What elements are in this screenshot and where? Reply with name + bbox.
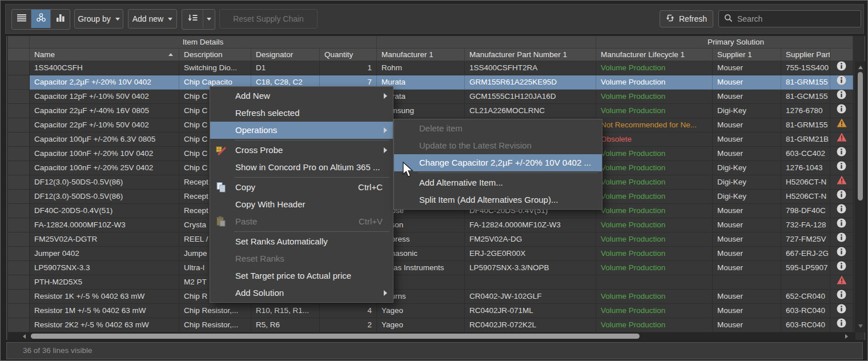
cell-lifecycle[interactable]: Volume Production — [596, 147, 713, 161]
info-icon[interactable] — [837, 232, 846, 247]
cell-spart[interactable]: 798-DF40C — [781, 204, 830, 218]
column-header-name[interactable]: Name — [30, 49, 179, 61]
cell-supplier[interactable]: Mouser — [713, 318, 781, 332]
cell-lifecycle[interactable]: Not Recommended for Ne... — [596, 118, 713, 133]
cell-rownum[interactable] — [8, 90, 30, 104]
table-row[interactable]: Capacitor 2,2µF +/-20% 10V 0402Chip Capa… — [8, 75, 853, 90]
menu-item-copy[interactable]: CopyCtrl+C — [210, 179, 393, 196]
info-icon[interactable] — [837, 90, 846, 104]
cell-mpn[interactable]: 1SS400CSFHT2RA — [465, 61, 596, 75]
cell-name[interactable]: Capacitor 22pF +/-10% 50V 0402 — [30, 118, 179, 133]
vertical-scrollbar-thumb[interactable] — [858, 72, 863, 200]
bom-chart-view-button[interactable] — [51, 10, 70, 28]
cell-mpn[interactable]: ERJ-2GE0R00X — [465, 247, 596, 261]
cell-qty[interactable]: 2 — [320, 318, 377, 332]
menu-item-cross-probe[interactable]: Cross Probe — [210, 142, 393, 159]
cell-rownum[interactable] — [8, 161, 30, 175]
cell-name[interactable]: FA-12824.0000MF10Z-W3 — [30, 218, 179, 232]
cell-lifecycle[interactable]: Volume Production — [596, 247, 713, 261]
menu-item-set-ranks-automatically[interactable]: Set Ranks Automatically — [210, 233, 393, 250]
cell-info[interactable] — [830, 175, 853, 190]
menu-item-split-item-add-alternatives-group[interactable]: Split Item (Add Alternatives Group)... — [394, 191, 602, 208]
info-icon[interactable] — [837, 104, 846, 118]
cell-mpn[interactable]: CR0402-JW-102GLF — [465, 290, 596, 304]
sort-options-dropdown[interactable] — [203, 10, 215, 28]
column-header-supplier[interactable]: Supplier 1 — [713, 49, 781, 61]
cell-desig[interactable]: R10, R15, R1... — [251, 304, 320, 318]
cell-supplier[interactable]: Mouser — [713, 61, 781, 75]
menu-item-delete-item[interactable]: Delete item — [394, 120, 602, 137]
cell-name[interactable]: Capacitor 12pF +/-10% 50V 0402 — [30, 90, 179, 104]
cell-mfr[interactable]: Rohm — [377, 61, 465, 75]
cell-rownum[interactable] — [8, 190, 30, 204]
cell-rownum[interactable] — [8, 61, 30, 75]
column-header-qty[interactable]: Quantity — [320, 49, 377, 61]
cell-rownum[interactable] — [8, 118, 30, 133]
group-by-button[interactable]: Group by — [74, 9, 123, 29]
info-icon[interactable] — [837, 190, 846, 204]
cell-info[interactable] — [830, 232, 853, 247]
column-header-desig[interactable]: Designator — [251, 49, 320, 61]
cell-rownum[interactable] — [8, 318, 30, 332]
cell-spart[interactable]: 81-GRM21B — [781, 133, 830, 147]
cell-spart[interactable] — [781, 275, 830, 290]
cell-name[interactable]: Capacitor 100nF +/-20% 25V 0402 — [30, 161, 179, 175]
info-icon[interactable] — [837, 204, 846, 218]
cell-spart[interactable]: 652-CR040 — [781, 290, 830, 304]
menu-item-copy-with-header[interactable]: Copy With Header — [210, 196, 393, 213]
cell-spart[interactable]: H5206CT-N — [781, 175, 830, 190]
cell-info[interactable] — [830, 247, 853, 261]
cell-supplier[interactable]: Mouser — [713, 118, 781, 133]
column-header-desc[interactable]: Description — [179, 49, 251, 61]
info-icon[interactable] — [837, 290, 846, 304]
cell-rownum[interactable] — [8, 204, 30, 218]
cell-supplier[interactable]: Mouser — [713, 90, 781, 104]
cell-rownum[interactable] — [8, 290, 30, 304]
cell-rownum[interactable] — [8, 75, 30, 90]
cell-info[interactable] — [830, 133, 853, 147]
menu-item-add-new[interactable]: Add New — [210, 87, 393, 105]
cell-lifecycle[interactable]: Volume Production — [596, 318, 713, 332]
table-row[interactable]: Jumper 0402JumpePanasonicERJ-2GE0R00XVol… — [8, 247, 853, 261]
cell-mfr[interactable]: Yageo — [377, 304, 465, 318]
cell-info[interactable] — [830, 90, 853, 104]
cell-info[interactable] — [830, 318, 853, 332]
menu-item-operations[interactable]: Operations — [210, 122, 393, 139]
warning-icon[interactable] — [837, 275, 847, 289]
table-row[interactable]: LP5907SNX-3.3Ultra-lTexas InstrumentsLP5… — [8, 261, 853, 275]
cell-info[interactable] — [830, 304, 853, 318]
cell-lifecycle[interactable]: Volume Production — [596, 175, 713, 190]
cell-supplier[interactable]: Mouser — [713, 304, 781, 318]
cell-spart[interactable]: H5206CT-N — [781, 190, 830, 204]
cell-info[interactable] — [830, 218, 853, 232]
cell-spart[interactable]: 755-1SS400 — [781, 61, 830, 75]
cell-rownum[interactable] — [8, 275, 30, 290]
cell-info[interactable] — [830, 190, 853, 204]
table-row[interactable]: Capacitor 22µF +/-40% 16V 0805Chip CSams… — [8, 104, 853, 118]
cell-lifecycle[interactable]: Volume Production — [596, 290, 713, 304]
cell-mpn[interactable]: FM25V02A-DG — [465, 232, 596, 247]
menu-item-show-in-concord-pro-on-altium-365[interactable]: Show in Concord Pro on Altium 365 ... — [210, 159, 393, 176]
cell-info[interactable] — [830, 104, 853, 118]
cell-qty[interactable]: 4 — [320, 304, 377, 318]
cell-name[interactable]: Resistor 2K2 +/-5 % 0402 63 mW — [30, 318, 179, 332]
cell-supplier[interactable]: Mouser — [713, 232, 781, 247]
cell-info[interactable] — [830, 261, 853, 275]
cell-name[interactable]: DF12(3.0)-50DS-0.5V(86) — [30, 190, 179, 204]
cell-name[interactable]: DF12(3.0)-50DS-0.5V(86) — [30, 175, 179, 190]
cell-info[interactable] — [830, 147, 853, 161]
cell-desc[interactable]: Chip Resistor,... — [179, 318, 251, 332]
menu-item-change-capacitor-2-2-f-20-10v-0402[interactable]: Change Capacitor 2,2µF +/-20% 10V 0402 .… — [394, 154, 602, 171]
cell-rownum[interactable] — [8, 247, 30, 261]
cell-name[interactable]: DF40C-20DS-0.4V(51) — [30, 204, 179, 218]
cell-desig[interactable]: D1 — [251, 61, 320, 75]
warning-icon[interactable] — [837, 118, 847, 132]
cell-name[interactable]: Jumper 0402 — [30, 247, 179, 261]
vertical-scrollbar[interactable] — [855, 61, 865, 332]
cell-spart[interactable]: 1276-1043 — [781, 161, 830, 175]
cell-name[interactable]: FM25V02A-DGTR — [30, 232, 179, 247]
table-row[interactable]: PTH-M2D5X5M2 PT — [8, 275, 853, 290]
column-header-lifecycle[interactable]: Manufacturer Lifecycle 1 — [596, 49, 713, 61]
grouped-bom-view-button[interactable] — [31, 10, 51, 28]
add-new-button[interactable]: Add new — [128, 9, 177, 29]
